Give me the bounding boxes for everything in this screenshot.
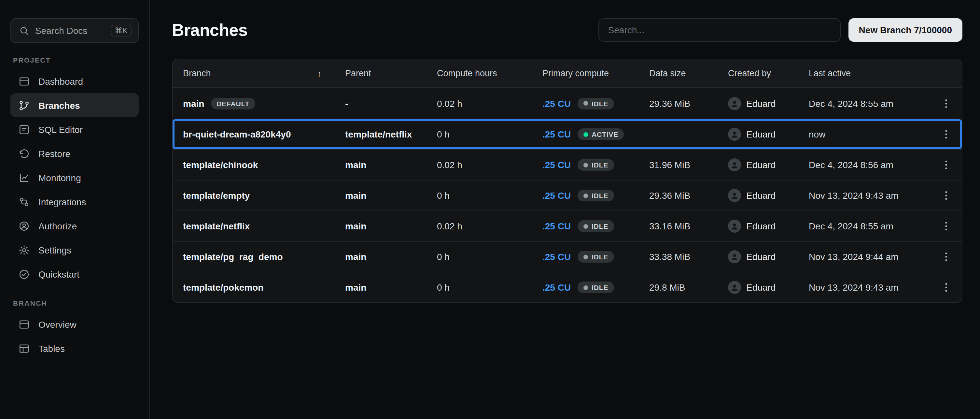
branch-cell: template/empty — [183, 190, 345, 201]
created-by-cell: Eduard — [728, 158, 809, 171]
primary-compute-cell: .25 CU IDLE — [542, 251, 649, 263]
kebab-menu-icon — [940, 220, 952, 232]
compute-hours-cell: 0 h — [437, 282, 542, 293]
creator-name: Eduard — [746, 129, 776, 139]
table-row[interactable]: main DEFAULT - 0.02 h .25 CU IDLE — [173, 88, 962, 119]
sidebar-item-tables[interactable]: Tables — [10, 336, 139, 360]
table-row[interactable]: template/chinook main 0.02 h .25 CU IDLE — [173, 149, 962, 180]
new-branch-button[interactable]: New Branch 7/100000 — [848, 18, 963, 42]
status-dot — [583, 101, 588, 105]
status-dot — [583, 224, 588, 228]
sidebar-item-label: Integrations — [38, 196, 86, 207]
main-content: Branches New Branch 7/100000 Branch ↑ Pa… — [150, 0, 980, 419]
created-by-cell: Eduard — [728, 97, 809, 110]
last-active-cell: Dec 4, 2024 8:56 am — [809, 160, 933, 170]
topbar: Branches New Branch 7/100000 — [172, 17, 963, 43]
data-size-cell: 29.8 MiB — [649, 282, 728, 293]
creator-name: Eduard — [746, 252, 776, 262]
status-dot — [583, 193, 588, 198]
compute-hours-cell: 0 h — [437, 129, 542, 139]
branch-cell: template/chinook — [183, 160, 345, 170]
column-header-created-by[interactable]: Created by — [728, 69, 809, 78]
row-actions-cell — [933, 248, 962, 266]
row-menu-button[interactable] — [937, 125, 955, 143]
status-badge: IDLE — [577, 220, 614, 232]
compute-size: .25 CU — [542, 221, 571, 231]
avatar — [728, 250, 741, 263]
branches-search-input[interactable] — [598, 18, 841, 42]
row-actions-cell — [933, 186, 962, 205]
branch-cell: main DEFAULT — [183, 97, 345, 109]
branches-icon — [18, 99, 30, 111]
sidebar-item-label: SQL Editor — [38, 124, 83, 135]
row-menu-button[interactable] — [937, 186, 955, 205]
status-label: IDLE — [592, 253, 608, 261]
status-badge: IDLE — [577, 282, 614, 293]
top-actions: New Branch 7/100000 — [598, 18, 963, 42]
compute-size: .25 CU — [542, 282, 571, 293]
column-header-data-size[interactable]: Data size — [649, 69, 728, 78]
sidebar-item-integrations[interactable]: Integrations — [10, 190, 139, 214]
kebab-menu-icon — [940, 97, 952, 109]
sidebar-item-dashboard[interactable]: Dashboard — [10, 69, 139, 93]
sidebar-item-branches[interactable]: Branches — [10, 93, 139, 117]
table-body: main DEFAULT - 0.02 h .25 CU IDLE — [173, 88, 962, 303]
monitoring-icon — [18, 172, 30, 183]
last-active-cell: Dec 4, 2024 8:55 am — [809, 221, 933, 231]
creator-name: Eduard — [746, 160, 776, 170]
primary-compute-cell: .25 CU IDLE — [542, 159, 649, 171]
table-row[interactable]: template/pokemon main 0 h .25 CU IDLE — [173, 272, 962, 303]
branch-cell: br-quiet-dream-a820k4y0 — [183, 129, 345, 139]
row-menu-button[interactable] — [937, 248, 955, 266]
kebab-menu-icon — [940, 190, 952, 201]
table-row[interactable]: template/empty main 0 h .25 CU IDLE — [173, 180, 962, 210]
row-actions-cell — [933, 217, 962, 235]
sidebar-item-restore[interactable]: Restore — [10, 142, 139, 166]
sidebar-item-overview[interactable]: Overview — [10, 312, 139, 336]
primary-compute-cell: .25 CU IDLE — [542, 220, 649, 232]
column-header-last-active[interactable]: Last active — [809, 69, 933, 78]
row-menu-button[interactable] — [937, 278, 955, 296]
row-menu-button[interactable] — [937, 94, 955, 112]
sort-ascending-icon: ↑ — [317, 68, 322, 78]
primary-compute-cell: .25 CU IDLE — [542, 190, 649, 201]
compute-size: .25 CU — [542, 160, 571, 170]
compute-hours-cell: 0 h — [437, 252, 542, 262]
branch-name: template/netflix — [183, 221, 250, 231]
status-badge: IDLE — [577, 190, 614, 201]
search-docs-button[interactable]: Search Docs ⌘K — [10, 18, 139, 43]
creator-name: Eduard — [746, 98, 776, 108]
table-row[interactable]: br-quiet-dream-a820k4y0 template/netflix… — [173, 119, 962, 149]
sidebar-item-quickstart[interactable]: Quickstart — [10, 262, 139, 286]
dashboard-icon — [18, 75, 30, 87]
column-header-parent[interactable]: Parent — [345, 69, 437, 78]
compute-hours-cell: 0.02 h — [437, 160, 542, 170]
column-header-compute-hours[interactable]: Compute hours — [437, 69, 542, 78]
table-row[interactable]: template/netflix main 0.02 h .25 CU IDLE — [173, 210, 962, 241]
creator-name: Eduard — [746, 190, 776, 201]
avatar — [728, 158, 741, 171]
integrations-icon — [18, 196, 30, 207]
data-size-cell: 33.16 MiB — [649, 221, 728, 231]
last-active-cell: Nov 13, 2024 9:43 am — [809, 190, 933, 201]
restore-icon — [18, 148, 30, 159]
status-dot — [583, 163, 588, 167]
status-badge: IDLE — [577, 159, 614, 171]
sidebar-item-monitoring[interactable]: Monitoring — [10, 166, 139, 190]
primary-compute-cell: .25 CU ACTIVE — [542, 128, 649, 140]
column-header-primary-compute[interactable]: Primary compute — [542, 69, 649, 78]
sidebar-item-authorize[interactable]: Authorize — [10, 214, 139, 238]
status-label: IDLE — [592, 161, 608, 169]
created-by-cell: Eduard — [728, 128, 809, 141]
status-label: IDLE — [592, 99, 608, 107]
row-menu-button[interactable] — [937, 156, 955, 174]
column-header-branch[interactable]: Branch ↑ — [183, 68, 345, 78]
row-menu-button[interactable] — [937, 217, 955, 235]
status-badge: IDLE — [577, 251, 614, 263]
table-row[interactable]: template/pg_rag_demo main 0 h .25 CU IDL… — [173, 241, 962, 272]
overview-icon — [18, 318, 30, 330]
branch-name: template/chinook — [183, 160, 258, 170]
status-badge: ACTIVE — [577, 128, 624, 140]
sidebar-item-sql-editor[interactable]: SQL Editor — [10, 117, 139, 142]
sidebar-item-settings[interactable]: Settings — [10, 238, 139, 262]
